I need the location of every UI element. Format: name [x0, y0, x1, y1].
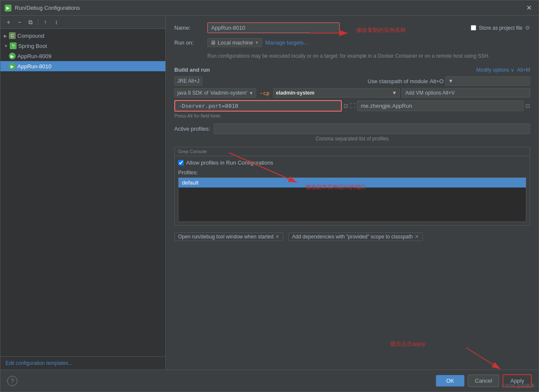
help-button[interactable]: ?: [7, 376, 17, 386]
build-run-header: Build and run Modify options ∨ Alt+M: [174, 67, 530, 73]
sdk-value: java 8 SDK of 'eladmin-system': [177, 90, 247, 96]
compound-icon: C: [9, 32, 16, 39]
tree-item-compound[interactable]: ▶ C Compound: [0, 31, 165, 41]
classpath-shortcut: Alt+O: [430, 78, 444, 84]
store-checkbox-label[interactable]: Store as project file: [471, 25, 522, 31]
vm-options-input[interactable]: [174, 100, 342, 112]
ok-button[interactable]: OK: [436, 375, 464, 386]
expand-icon[interactable]: ⊡: [344, 103, 348, 109]
profiles-list-label: Profiles:: [178, 169, 526, 176]
browse-icon[interactable]: ⊡: [525, 103, 530, 109]
bottom-bar: ? OK Cancel Apply: [0, 370, 539, 392]
main-class-input[interactable]: [357, 101, 524, 111]
maximize-icon[interactable]: ⛶: [350, 103, 355, 109]
active-profiles-row: Active profiles:: [174, 123, 530, 134]
springboot-icon: 🍃: [10, 42, 17, 49]
description-text: Run configurations may be executed local…: [174, 52, 530, 60]
classpath-area: Use classpath of module Alt+O ▼: [204, 76, 530, 86]
add-vm-label: Add VM options: [405, 90, 441, 96]
cancel-button[interactable]: Cancel: [468, 375, 499, 387]
allow-profiles-row: Allow profiles in Run Configurations: [178, 160, 526, 166]
run-on-label: Run on:: [174, 39, 204, 46]
remove-config-button[interactable]: −: [15, 17, 24, 27]
comma-hint: Comma separated list of profiles: [174, 136, 530, 142]
tree-item-springboot[interactable]: ▼ 🍃 Spring Boot: [0, 41, 165, 51]
jre-row: JRE Alt+J Use classpath of module Alt+O …: [174, 76, 530, 86]
grep-console-section: Grep Console Allow profiles in Run Confi…: [174, 147, 530, 226]
tag-dependencies: Add dependencies with "provided" scope t…: [288, 232, 423, 241]
jre-select[interactable]: JRE Alt+J: [174, 76, 202, 86]
toolbar: + − ⧉ ↑ ↕: [0, 16, 165, 29]
watermark: CSDN @妈夜来: [502, 383, 535, 389]
run-on-row: Run on: 🖥 Local machine ▼ Manage targets…: [174, 38, 530, 47]
vm-options-row: ⊡ ⛶ ⊡: [174, 100, 530, 112]
dialog-icon: ▶: [5, 5, 11, 11]
modify-options-shortcut: Alt+M: [517, 67, 530, 73]
name-input[interactable]: [207, 22, 340, 33]
edit-templates-link[interactable]: Edit configuration templates...: [0, 356, 165, 370]
add-config-button[interactable]: +: [4, 17, 13, 27]
name-store-row: Name: Store as project file ⚙: [174, 22, 530, 33]
tag-dependencies-remove[interactable]: ✕: [415, 234, 419, 240]
active-profiles-input[interactable]: [214, 123, 530, 134]
section-title: Build and run: [174, 67, 210, 73]
right-panel: Name: Store as project file ⚙ Run on: 🖥 …: [166, 16, 539, 370]
tag-run-debug-remove[interactable]: ✕: [275, 234, 279, 240]
hint-text: Press Alt for field hints: [174, 113, 530, 118]
allow-profiles-checkbox[interactable]: [178, 160, 184, 165]
springboot-arrow: ▼: [4, 44, 8, 48]
app-icon-8010: ▶: [9, 63, 16, 70]
module-select[interactable]: eladmin-system ▼: [273, 88, 400, 98]
store-row: Store as project file ⚙: [471, 25, 530, 31]
profile-item-default[interactable]: default: [179, 178, 526, 188]
springboot-label: Spring Boot: [18, 43, 47, 49]
dialog-title: Run/Debug Configurations: [15, 5, 80, 11]
add-vm-button[interactable]: Add VM options Alt+V: [402, 88, 530, 98]
compound-label: Compound: [17, 33, 45, 39]
tag-dependencies-label: Add dependencies with "provided" scope t…: [292, 234, 413, 240]
classpath-label: Use classpath of module: [368, 78, 428, 84]
move-up-button[interactable]: ↑: [41, 17, 50, 27]
profiles-list-empty: [179, 188, 526, 221]
add-vm-shortcut: Alt+V: [442, 90, 455, 96]
toolbar-separator: [38, 19, 38, 25]
run-on-value: Local machine: [218, 39, 253, 46]
sdk-select[interactable]: java 8 SDK of 'eladmin-system' ▼: [174, 88, 256, 98]
jre-label: JRE Alt+J: [177, 78, 199, 84]
app-icon-8009: ▶: [9, 53, 16, 59]
sdk-dropdown-arrow: ▼: [249, 91, 253, 95]
title-bar: ▶ Run/Debug Configurations ✕: [0, 0, 539, 16]
left-panel: + − ⧉ ↑ ↕ ▶ C Compound ▼ 🍃 Spring Boot: [0, 16, 166, 370]
tree-item-apprun-8010[interactable]: ▶ AppRun-8010: [0, 61, 165, 71]
name-label: Name:: [174, 25, 204, 31]
sdk-module-row: java 8 SDK of 'eladmin-system' ▼ -cp ela…: [174, 88, 530, 98]
compound-arrow: ▶: [4, 34, 7, 38]
module-dd-arrow: ▼: [392, 90, 397, 96]
run-on-dropdown-arrow: ▼: [255, 40, 259, 45]
title-bar-left: ▶ Run/Debug Configurations: [5, 5, 80, 11]
cp-flag: -cp: [258, 90, 271, 96]
classpath-select[interactable]: ▼: [445, 76, 530, 86]
vm-input-icons: ⊡ ⛶: [344, 103, 355, 109]
local-machine-icon: 🖥: [210, 39, 216, 46]
manage-targets-link[interactable]: Manage targets...: [265, 39, 308, 46]
run-debug-dialog: ▶ Run/Debug Configurations ✕ + − ⧉ ↑ ↕ ▶…: [0, 0, 539, 392]
gear-icon[interactable]: ⚙: [525, 25, 530, 31]
modify-options-label: Modify options ∨: [476, 67, 514, 73]
classpath-dd-arrow: ▼: [448, 78, 453, 84]
tree-item-apprun-8009[interactable]: ▶ AppRun-8009: [0, 51, 165, 61]
sort-button[interactable]: ↕: [52, 17, 61, 27]
main-content: + − ⧉ ↑ ↕ ▶ C Compound ▼ 🍃 Spring Boot: [0, 16, 539, 370]
config-tree: ▶ C Compound ▼ 🍃 Spring Boot ▶ AppRun-80…: [0, 29, 165, 356]
close-button[interactable]: ✕: [524, 3, 534, 13]
module-value: eladmin-system: [276, 90, 315, 96]
modify-options-link[interactable]: Modify options ∨ Alt+M: [476, 67, 530, 73]
apprun-8009-label: AppRun-8009: [17, 53, 51, 59]
grep-console-body: Allow profiles in Run Configurations Pro…: [175, 156, 530, 225]
run-on-select[interactable]: 🖥 Local machine ▼: [207, 38, 262, 47]
profiles-list: default: [178, 177, 526, 222]
copy-config-button[interactable]: ⧉: [26, 17, 35, 27]
tag-run-debug: Open run/debug tool window when started …: [174, 232, 283, 241]
grep-console-header: Grep Console: [175, 147, 530, 156]
store-checkbox[interactable]: [471, 25, 476, 31]
